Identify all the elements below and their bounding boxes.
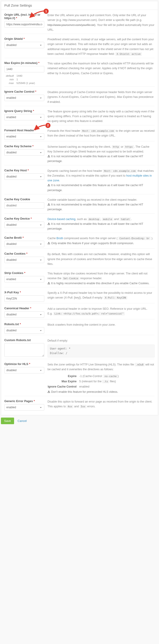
max-expire-input[interactable] <box>4 66 44 72</box>
cache-key-device-desc: Device-based caching, such as desktop, m… <box>47 217 155 232</box>
ignore-cache-control-desc: Disables processing of Cache-Control res… <box>47 90 155 104</box>
cache-cookies-select[interactable]: disabled <box>4 257 44 263</box>
forward-host-header-desc: Forwards the Host header Host: cdn.examp… <box>47 128 155 140</box>
cache-key-scheme-select[interactable]: disabled <box>4 149 44 156</box>
row-optimize-hls: Optimize for HLS * disabled Sets the zon… <box>4 359 155 396</box>
row-strip-cookies: Strip Cookies * enabled This feature str… <box>4 268 155 287</box>
max-expire-label: Max Expire (in minutes) * <box>4 61 44 65</box>
origin-shield-label: Origin Shield * <box>4 37 44 40</box>
row-cache-key-host: Cache Key Host * disabled Dynamic cachin… <box>4 165 155 194</box>
cache-key-host-desc: Dynamic caching based on the host header… <box>47 168 155 193</box>
row-cache-key-scheme: Cache Key Scheme * disabled Scheme based… <box>4 141 155 165</box>
xpull-key-input[interactable] <box>4 296 44 302</box>
cache-key-cookie-label: Cache Key Cookie <box>4 198 44 201</box>
annotation-bubble-2: 2 <box>45 123 50 128</box>
custom-robots-desc: Default if empty: User-agent: * Disallow… <box>47 338 155 358</box>
row-origin-shield: Origin Shield * disabled Predefined shie… <box>4 34 155 58</box>
robots-desc: Block crawlers from indexing the content… <box>47 322 155 334</box>
device-based-caching-link[interactable]: Device-based caching <box>47 218 75 221</box>
xpull-key-desc: Specify a X-Pull request header key to h… <box>47 290 155 302</box>
cache-key-scheme-desc: Scheme based caching as requested by the… <box>47 144 155 164</box>
optimize-hls-desc: Sets the zone settings for HTTP Live Str… <box>47 362 155 394</box>
forward-host-header-label: Forward Host Header * <box>4 128 44 132</box>
strip-cookies-select[interactable]: enabled <box>4 276 44 282</box>
row-canonical-header: Canonical Header * disabled Add a canoni… <box>4 303 155 319</box>
row-cache-key-cookie: Cache Key Cookie Cookie variable based c… <box>4 194 155 214</box>
row-xpull-key: X-Pull Key * Specify a X-Pull request he… <box>4 287 155 303</box>
strip-cookies-desc: This feature strips the cookies received… <box>47 271 155 286</box>
robots-select[interactable]: disabled <box>4 327 44 334</box>
annotation-bubble-1: 1 <box>44 9 49 14</box>
origin-url-input[interactable] <box>4 21 44 28</box>
footer-actions: Save Cancel <box>0 416 159 426</box>
forward-host-header-select[interactable]: enabled <box>4 133 44 140</box>
row-generic-error-pages: Generic Error Pages * enabled Disable th… <box>4 396 155 412</box>
brotli-link[interactable]: Brotli <box>57 237 63 240</box>
cache-key-device-label: Cache Key Device * <box>4 217 44 220</box>
max-expire-hints: default1440 min1 max525949 (1 year) <box>4 74 37 85</box>
custom-robots-label: Custom Robots.txt <box>4 338 44 342</box>
cache-key-host-select[interactable]: disabled <box>4 174 44 180</box>
canonical-header-desc: Add a canonical header in order to impro… <box>47 306 155 318</box>
origin-shield-desc: Predefined shield servers, instead of ou… <box>47 37 155 56</box>
generic-error-pages-label: Generic Error Pages * <box>4 399 44 403</box>
optimize-hls-label: Optimize for HLS * <box>4 362 44 366</box>
origin-url-label: Origin URL (incl. http:// or https://) * <box>4 13 44 20</box>
ignore-cache-control-label: Ignore Cache Control * <box>4 90 44 93</box>
custom-robots-textarea[interactable] <box>4 343 44 357</box>
cache-brotli-desc: Cache Brotli compressed assets from the … <box>47 236 155 247</box>
cache-brotli-select[interactable]: disabled <box>4 241 44 247</box>
max-expire-desc: This value specifies the maximum time fo… <box>47 61 155 85</box>
row-cache-cookies: Cache Cookies * disabled By default, fil… <box>4 248 155 268</box>
strip-cookies-label: Strip Cookies * <box>4 271 44 275</box>
row-max-expire: Max Expire (in minutes) * default1440 mi… <box>4 58 155 86</box>
save-button[interactable]: Save <box>1 418 14 424</box>
canonical-header-select[interactable]: disabled <box>4 311 44 318</box>
origin-url-desc: Enter the URL where you want to pull con… <box>47 13 155 32</box>
row-ignore-query-string: Ignore Query String * enabled The featur… <box>4 106 155 125</box>
cache-cookies-label: Cache Cookies * <box>4 252 44 255</box>
cache-key-host-label: Cache Key Host * <box>4 168 44 172</box>
cache-cookies-desc: By default, files with cookies are not c… <box>47 252 155 266</box>
xpull-key-label: X-Pull Key * <box>4 290 44 294</box>
robots-label: Robots.txt * <box>4 322 44 326</box>
cancel-button[interactable]: Cancel <box>15 418 29 424</box>
cache-key-cookie-input[interactable] <box>4 202 44 209</box>
cache-key-cookie-desc: Cookie variable based caching as receive… <box>47 198 155 212</box>
row-forward-host-header: 2 Forward Host Header * enabled Forwards… <box>4 125 155 141</box>
cache-brotli-label: Cache Brotli * <box>4 236 44 240</box>
origin-shield-select[interactable]: disabled <box>4 42 44 48</box>
generic-error-pages-desc: Disable this option to forward an error … <box>47 399 155 410</box>
row-origin-url: 1 Origin URL (incl. http:// or https://)… <box>4 10 155 34</box>
ignore-cache-control-select[interactable]: enabled <box>4 95 44 101</box>
generic-error-pages-select[interactable]: enabled <box>4 404 44 410</box>
row-ignore-cache-control: Ignore Cache Control * enabled Disables … <box>4 86 155 106</box>
optimize-hls-select[interactable]: disabled <box>4 367 44 374</box>
row-cache-brotli: Cache Brotli * disabled Cache Brotli com… <box>4 232 155 248</box>
cache-key-device-select[interactable]: disabled <box>4 222 44 228</box>
ignore-query-string-select[interactable]: enabled <box>4 114 44 120</box>
row-cache-key-device: Cache Key Device * disabled Device-based… <box>4 214 155 233</box>
row-custom-robots: Custom Robots.txt Default if empty: User… <box>4 335 155 359</box>
row-robots: Robots.txt * disabled Block crawlers fro… <box>4 319 155 335</box>
ignore-query-string-label: Ignore Query String * <box>4 109 44 113</box>
ignore-query-string-desc: The feature ignore query string tells th… <box>47 109 155 124</box>
cache-key-scheme-label: Cache Key Scheme * <box>4 144 44 148</box>
panel-title: Pull Zone Settings <box>1 1 158 10</box>
canonical-header-label: Canonical Header * <box>4 306 44 310</box>
pull-zone-settings-panel: Pull Zone Settings 1 Origin URL (incl. h… <box>1 1 158 415</box>
